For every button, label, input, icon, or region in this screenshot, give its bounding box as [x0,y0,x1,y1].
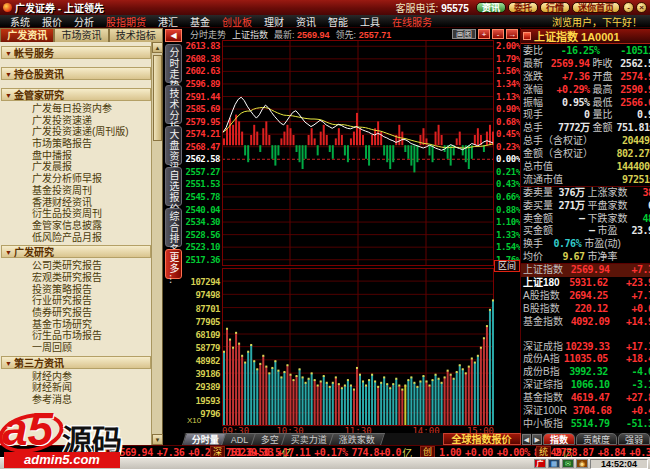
sidebar-section-广发研究[interactable]: ▼广发研究 [1,245,151,258]
titlebar-button-资讯[interactable]: 资讯 [476,2,506,13]
price-chart[interactable] [222,40,494,266]
titlebar-button-委托[interactable]: 委托 [508,2,538,13]
panel-tab-强弱[interactable]: 强弱 [618,433,650,445]
panel-prev-icon[interactable]: ◀ [522,434,532,445]
titlebar-button-行情[interactable]: 行情 [540,2,570,13]
range-button[interactable]: 区间 [494,260,520,272]
volume-chart[interactable] [222,268,494,426]
sidebar-section-持仓股资讯[interactable]: ▼持仓股资讯 [1,67,151,80]
sidebar-item-财经新闻[interactable]: 财经新闻 [0,382,152,394]
sidebar-item-参考消息[interactable]: 参考消息 [0,394,152,406]
vertical-tab-more[interactable]: 更多… [165,249,182,279]
sidebar-item-衍生品投资周刊[interactable]: 衍生品投资周刊 [0,208,152,220]
sidebar-section-帐号服务[interactable]: ▼帐号服务 [1,46,151,59]
vertical-tab-大盘资讯[interactable]: 大盘资讯 [165,126,182,165]
index-row-成份B指[interactable]: 成份B指3992.32-4.05 [521,366,650,379]
panel-tab-贡献度[interactable]: 贡献度 [576,433,617,445]
sidebar-tab-技术指标[interactable]: 技术指标 [109,28,163,42]
panel-tab-指数[interactable]: 指数 [543,433,575,445]
market-value: 2569.94 [114,447,153,458]
sidebar-item-公司类研究报告[interactable]: 公司类研究报告 [0,260,152,272]
vertical-tab-分时走势[interactable]: 分时走势 [165,44,182,83]
message-icon[interactable]: ✉ [562,459,574,468]
sidebar-item-广发分析师早报[interactable]: 广发分析师早报 [0,173,152,185]
sidebar-item-财经内参[interactable]: 财经内参 [0,371,152,383]
sidebar-item-宏观类研究报告[interactable]: 宏观类研究报告 [0,272,152,284]
field-label: 总市值 [523,161,553,174]
index-change: +0.66 [611,303,650,316]
menu-item-港汇[interactable]: 港汇 [152,14,184,29]
gf-logo-icon[interactable]: 广 [534,459,546,468]
menu-item-在线服务[interactable]: 在线服务 [386,14,438,29]
sidebar-item-衍生品市场报告[interactable]: 衍生品市场报告 [0,330,152,342]
index-row-上证180[interactable]: 上证1805931.62+23.94 [521,277,650,290]
titlebar-button-迷你首页[interactable]: 迷你首页 [572,2,620,13]
scrollbar-thumb[interactable] [153,55,162,141]
collapse-sidebar-button[interactable]: ◀ [165,29,182,42]
menu-item-创业板[interactable]: 创业板 [216,14,258,29]
sidebar-item-低风险产品月报[interactable]: 低风险产品月报 [0,232,152,244]
quote-screen-icon[interactable]: ▦ [548,459,560,468]
forward-icon[interactable]: → [506,29,518,39]
volume-tick: 68109 [195,330,220,340]
sidebar-item-债券研究报告[interactable]: 债券研究报告 [0,307,152,319]
stats-row: 委卖量376万上涨家数383 [521,187,650,200]
index-row-深证综指[interactable]: 深证综指1066.10-3.12 [521,379,650,392]
index-row-深证成指[interactable]: 深证成指10239.33+17.11 [521,341,650,354]
chart-tab-涨跌家数[interactable]: 涨跌家数 [329,433,385,445]
sidebar-item-行业研究报告[interactable]: 行业研究报告 [0,295,152,307]
index-row-上证指数[interactable]: 上证指数2569.94+7.36 [521,264,650,277]
menu-item-工具[interactable]: 工具 [354,14,386,29]
close-icon[interactable]: × [636,2,647,13]
index-row-B股指数[interactable]: B股指数220.12+0.66 [521,303,650,316]
sidebar-tab-广发资讯[interactable]: 广发资讯 [0,28,54,42]
pct-tick: 0.00% [496,154,521,164]
index-row-基金指数[interactable]: 基金指数4092.09+14.92 [521,316,650,329]
sidebar-tab-市场资讯[interactable]: 市场资讯 [54,28,108,42]
sidebar-item-盘中播报[interactable]: 盘中播报 [0,150,152,162]
sidebar-scrollbar[interactable]: ▲ ▼ [151,42,162,445]
sidebar-item-香港财经资讯[interactable]: 香港财经资讯 [0,197,152,209]
sidebar-item-广发每日投资内参[interactable]: 广发每日投资内参 [0,103,152,115]
index-row-深证100R[interactable]: 深证100R3704.68+0.44 [521,405,650,418]
vertical-tab-自选报价[interactable]: 自选报价 [165,167,182,206]
global-index-quote-tab[interactable]: 全球指数报价 [443,433,521,445]
connection-icon[interactable]: ◉ [576,459,588,468]
menu-item-基金[interactable]: 基金 [184,14,216,29]
vertical-tab-综合排名[interactable]: 综合排名 [165,208,182,247]
sidebar-item-一周回顾[interactable]: 一周回顾 [0,342,152,354]
sidebar-item-投资策略报告[interactable]: 投资策略报告 [0,284,152,296]
minimize-icon[interactable]: - [623,2,634,13]
sidebar-section-第三方资讯[interactable]: ▼第三方资讯 [1,356,151,369]
menu-item-系统[interactable]: 系统 [4,14,36,29]
menu-item-报价[interactable]: 报价 [36,14,68,29]
index-row-中小板指[interactable]: 中小板指5514.79-51.32 [521,418,650,431]
chart-tab-买卖力道[interactable]: 买卖力道 [281,433,337,445]
scroll-up-icon[interactable]: ▲ [152,42,163,53]
sidebar-item-市场策略报告[interactable]: 市场策略报告 [0,138,152,150]
vertical-tab-技术分析[interactable]: 技术分析 [165,85,182,124]
scroll-down-icon[interactable]: ▼ [152,434,163,445]
menu-item-智能[interactable]: 智能 [322,14,354,29]
sidebar-item-广发晨报[interactable]: 广发晨报 [0,161,152,173]
index-row-成份A指[interactable]: 成份A指11035.05+18.44 [521,353,650,366]
panel-next-icon[interactable]: ▶ [532,434,542,445]
sidebar-item-基金投资周刊[interactable]: 基金投资周刊 [0,185,152,197]
zoom-in-icon[interactable]: + [478,29,490,39]
sidebar-item-基金市场研究[interactable]: 基金市场研究 [0,319,152,331]
menu-item-分析[interactable]: 分析 [68,14,100,29]
sidebar-item-广发投资速递(周刊版)[interactable]: 广发投资速递(周刊版) [0,126,152,138]
index-row-A股指数[interactable]: A股指数2694.25+7.72 [521,290,650,303]
menu-item-资讯[interactable]: 资讯 [290,14,322,29]
sidebar-section-金管家研究[interactable]: ▼金管家研究 [1,88,151,101]
sidebar-item-金管家信息披露[interactable]: 金管家信息披露 [0,220,152,232]
index-name: 成份B指 [523,366,560,379]
draw-tool-button[interactable]: 画图 [452,29,476,39]
menu-item-理财[interactable]: 理财 [258,14,290,29]
sidebar-item-广发投资速递[interactable]: 广发投资速递 [0,115,152,127]
menu-item-股指期货[interactable]: 股指期货 [100,14,152,29]
field-label: 市盈 [598,225,618,238]
index-row-基金指数[interactable]: 基金指数4619.47+27.84 [521,392,650,405]
zoom-out-icon[interactable]: - [492,29,504,39]
field-value: -16.25% [543,45,600,58]
